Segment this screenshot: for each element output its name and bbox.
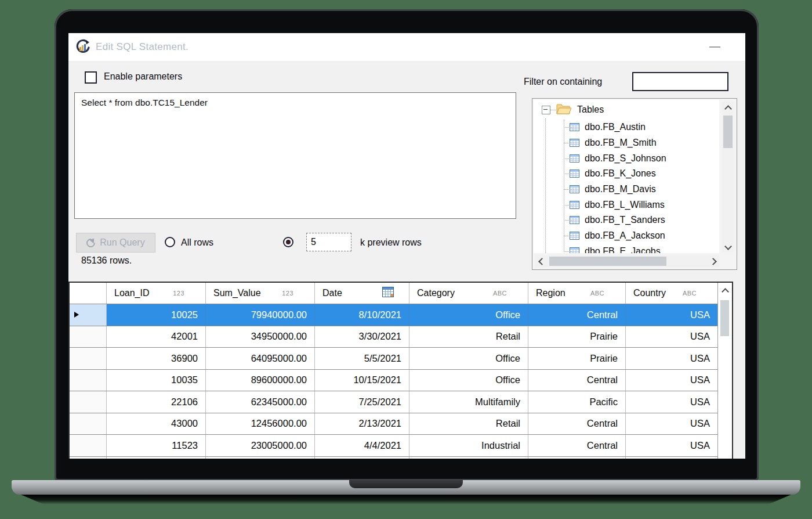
scroll-up-button[interactable] [718,286,732,297]
table-row[interactable]: 10025 79940000.00 8/10/2021 Office Centr… [70,304,718,326]
table-row[interactable]: 43000 12456000.00 2/13/2021 Retail Centr… [70,413,718,435]
row-selector-cell[interactable] [70,326,107,348]
run-query-button[interactable]: Run Query [76,233,155,253]
row-selector-cell[interactable] [70,348,107,369]
cell-region: Pacific [528,391,626,413]
row-selector-cell[interactable] [70,391,107,413]
table-row[interactable]: 11523 23005000.00 4/4/2021 Industrial Ce… [70,434,718,456]
laptop-hinge-notch [349,480,463,488]
tree-item-table[interactable]: dbo.FB_L_Williams [534,197,719,212]
tables-tree: Tables dbo.FB_Austin dbo.FB_M_Smith [534,100,719,253]
cell-country: USA [626,391,718,413]
column-header-date[interactable]: Date [315,283,409,304]
tree-item-table[interactable]: dbo.FB_M_Davis [534,182,719,197]
column-header-region[interactable]: Region ABC [528,283,626,304]
cell-region: Central [528,304,626,326]
tree-item-label: dbo.FB_Austin [585,122,646,132]
all-rows-radio[interactable] [165,237,175,247]
cell-sum-value: 74050000.00 [206,457,315,459]
row-count-status: 85136 rows. [81,255,132,266]
tree-item-table[interactable]: dbo.FB_Austin [534,120,719,135]
preview-rows-label[interactable]: k preview rows [360,237,422,248]
chevron-right-icon [709,258,717,265]
table-row[interactable]: 36900 64095000.00 5/5/2021 Office Prairi… [70,347,718,369]
tree-item-label: dbo.FB_L_Williams [585,200,665,210]
text-type-icon: ABC [493,290,507,297]
cell-category: Office [409,304,528,326]
enable-parameters-label[interactable]: Enable parameters [104,71,182,82]
tree-item-table[interactable]: dbo.FB_M_Smith [534,135,719,151]
column-header-category[interactable]: Category ABC [409,283,528,304]
cell-region: Central [528,435,626,456]
cell-date: 7/25/2021 [315,391,409,413]
scrollbar-thumb[interactable] [720,300,729,336]
window-title: Edit SQL Statement. [96,33,188,61]
enable-parameters-checkbox[interactable] [85,71,97,84]
cell-loan-id: 10035 [107,370,206,391]
minimize-button[interactable] [706,38,724,55]
cell-category: Multifamily [409,457,528,459]
scroll-down-button[interactable] [722,241,734,250]
row-selector-cell[interactable] [70,370,107,391]
numeric-type-icon: 123 [173,290,184,297]
tree-item-label: dbo.FB_S_Johnson [585,153,666,164]
table-row[interactable]: 11154 74050000.00 5/30/2021 Multifamily … [70,456,718,459]
cell-date: 4/4/2021 [315,435,409,456]
table-row[interactable]: 42001 34950000.00 3/30/2021 Retail Prair… [70,326,718,348]
cell-sum-value: 12456000.00 [206,413,315,435]
cell-date: 5/30/2021 [315,457,409,459]
text-type-icon: ABC [683,290,697,297]
table-row[interactable]: 22106 62345000.00 7/25/2021 Multifamily … [70,391,718,413]
cell-sum-value: 79940000.00 [206,304,315,326]
grid-vertical-scrollbar [717,283,732,459]
column-header-sum-value[interactable]: Sum_Value 123 [206,283,315,304]
scroll-right-button[interactable] [708,255,717,267]
filter-input[interactable] [632,72,728,91]
grid-header: Loan_ID 123 Sum_Value 123 Date [70,283,718,304]
cell-sum-value: 23005000.00 [206,435,315,456]
preview-rows-radio[interactable] [283,237,293,247]
cell-category: Retail [409,413,528,435]
page: { "window": { "title": "Edit SQL Stateme… [0,0,812,519]
row-selector-cell[interactable] [70,413,107,435]
all-rows-label[interactable]: All rows [181,237,213,248]
tree-item-table[interactable]: dbo.FB_A_Jackson [534,228,719,244]
tree-item-table[interactable]: dbo.FB_T_Sanders [534,212,719,228]
preview-rows-input[interactable] [306,233,351,251]
row-selector-cell[interactable] [70,435,107,456]
laptop-base [12,480,800,495]
numeric-type-icon: 123 [282,290,293,297]
folder-icon [556,103,571,117]
sql-statement-input[interactable]: Select * from dbo.TC15_Lender [74,92,516,219]
column-header-country[interactable]: Country ABC [626,283,718,304]
scrollbar-thumb[interactable] [723,116,733,148]
cell-date: 2/13/2021 [315,413,409,435]
cell-date: 8/10/2021 [315,304,409,326]
table-icon [570,170,579,178]
tree-item-label: dbo.FB_T_Sanders [585,215,665,225]
tree-item-label: dbo.FB_M_Davis [585,184,656,194]
cell-loan-id: 36900 [107,348,206,369]
row-selector-cell[interactable] [70,457,107,459]
tree-collapse-icon[interactable] [542,106,550,114]
cell-loan-id: 10025 [107,304,206,326]
current-row-arrow-icon [74,312,79,318]
grid-rows: 10025 79940000.00 8/10/2021 Office Centr… [70,304,718,459]
tree-vertical-scrollbar [722,102,734,252]
tree-item-table[interactable]: dbo.FB_E_Jacobs [534,244,719,254]
table-row[interactable]: 10035 89600000.00 10/15/2021 Office Cent… [70,369,718,391]
scroll-up-button[interactable] [722,103,734,113]
cell-country: USA [626,326,718,348]
table-icon [570,123,579,131]
calendar-icon [382,287,394,300]
tables-tree-panel: Tables dbo.FB_Austin dbo.FB_M_Smith [532,98,737,270]
scroll-left-button[interactable] [537,255,546,267]
tree-item-table[interactable]: dbo.FB_S_Johnson [534,150,719,166]
chevron-left-icon [538,258,546,265]
text-type-icon: ABC [590,290,604,297]
tree-item-table[interactable]: dbo.FB_K_Jones [534,166,719,182]
column-header-loan-id[interactable]: Loan_ID 123 [107,283,206,304]
row-selector-cell[interactable] [70,304,107,326]
scrollbar-thumb[interactable] [549,257,666,266]
tree-root-tables[interactable]: Tables [534,100,719,120]
